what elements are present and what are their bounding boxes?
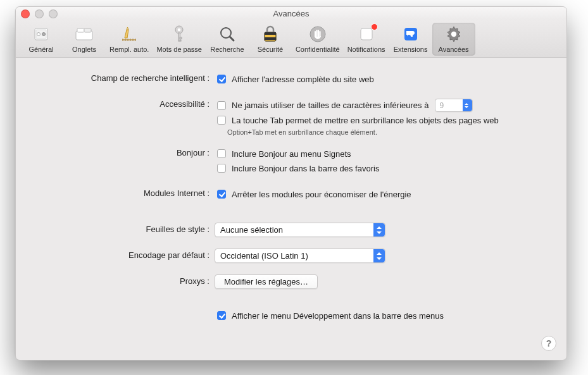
tab-label: Rempl. auto.	[109, 46, 149, 53]
tab-advanced[interactable]: Avancées	[432, 23, 475, 56]
search-icon	[217, 24, 237, 44]
label-smart-search: Champ de recherche intelligent :	[16, 73, 215, 83]
checkbox-bonjour-bookmarks[interactable]: Inclure Bonjour au menu Signets	[215, 147, 547, 160]
svg-point-12	[178, 28, 181, 32]
notifications-icon	[356, 24, 377, 44]
svg-marker-31	[377, 231, 382, 234]
svg-point-2	[37, 33, 41, 36]
tab-label: Avancées	[439, 46, 469, 53]
hand-icon	[308, 24, 328, 44]
tab-label: Onglets	[72, 46, 96, 53]
svg-marker-10	[127, 27, 128, 30]
svg-rect-14	[180, 37, 182, 39]
tab-privacy[interactable]: Confidentialité	[292, 23, 344, 56]
svg-marker-9	[125, 30, 128, 38]
tab-extensions[interactable]: Extensions	[389, 23, 432, 56]
svg-rect-15	[180, 40, 181, 41]
svg-line-17	[230, 37, 234, 40]
preferences-window: Avancées Général Onglets Rempl. auto.	[15, 6, 567, 360]
svg-marker-32	[377, 252, 382, 255]
tab-label: Extensions	[394, 46, 428, 53]
close-icon[interactable]	[21, 9, 30, 18]
tab-notifications[interactable]: Notifications	[344, 23, 389, 56]
tab-label: Général	[28, 46, 53, 53]
select-stylesheet[interactable]: Aucune sélection	[215, 223, 385, 237]
svg-marker-29	[465, 106, 468, 108]
tab-label: Recherche	[210, 46, 244, 53]
label-stylesheet: Feuilles de style :	[16, 223, 215, 234]
svg-rect-22	[265, 37, 276, 40]
button-change-settings[interactable]: Modifier les réglages…	[215, 274, 318, 289]
svg-marker-30	[377, 226, 382, 229]
tab-security[interactable]: Sécurité	[249, 23, 292, 56]
svg-point-27	[451, 32, 456, 37]
svg-marker-28	[465, 103, 468, 105]
label-internet-plugins: Modules Internet :	[16, 188, 215, 198]
help-button[interactable]: ?	[541, 336, 556, 351]
hint-option-tab: Option+Tab met en surbrillance chaque él…	[227, 128, 547, 136]
switch-icon	[31, 24, 51, 44]
window-controls	[21, 9, 58, 18]
select-encoding[interactable]: Occidental (ISO Latin 1)	[215, 249, 385, 263]
tabs-icon	[74, 24, 94, 44]
tab-autofill[interactable]: Rempl. auto.	[106, 23, 153, 56]
checkbox-min-font-size[interactable]: Ne jamais utiliser de tailles de caractè…	[215, 99, 547, 112]
tab-label: Confidentialité	[296, 46, 340, 53]
tab-general[interactable]: Général	[20, 23, 63, 56]
svg-rect-24	[361, 28, 372, 40]
minimize-icon[interactable]	[35, 9, 44, 18]
svg-point-3	[42, 33, 46, 36]
label-bonjour: Bonjour :	[16, 147, 215, 157]
checkbox-stop-plugins[interactable]: Arrêter les modules pour économiser de l…	[215, 188, 547, 200]
select-min-font-size[interactable]: 9	[435, 99, 473, 112]
tab-label: Sécurité	[258, 46, 283, 53]
gear-icon	[444, 24, 464, 44]
puzzle-icon	[401, 24, 421, 44]
tab-search[interactable]: Recherche	[206, 23, 249, 56]
notification-badge	[371, 23, 378, 30]
label-proxies: Proxys :	[16, 274, 215, 286]
tab-label: Mots de passe	[156, 46, 202, 53]
toolbar: Général Onglets Rempl. auto. Mots de pas…	[16, 20, 566, 58]
checkbox-show-full-address[interactable]: Afficher l'adresse complète du site web	[215, 73, 547, 85]
label-encoding: Encodage par défaut :	[16, 249, 215, 260]
key-icon	[169, 24, 189, 44]
titlebar: Avancées	[16, 7, 566, 20]
checkbox-tab-highlights[interactable]: La touche Tab permet de mettre en surbri…	[215, 114, 547, 126]
tab-passwords[interactable]: Mots de passe	[153, 23, 206, 56]
tab-tabs[interactable]: Onglets	[63, 23, 106, 56]
svg-rect-7	[122, 39, 136, 40]
label-accessibility: Accessibilité :	[16, 99, 215, 109]
svg-rect-21	[265, 32, 276, 35]
zoom-icon[interactable]	[49, 9, 58, 18]
checkbox-show-develop-menu[interactable]: Afficher le menu Développement dans la b…	[215, 309, 547, 322]
svg-rect-6	[84, 28, 91, 32]
lock-icon	[260, 24, 280, 44]
tab-label: Notifications	[347, 46, 385, 53]
svg-marker-33	[377, 257, 382, 260]
checkbox-bonjour-favorites[interactable]: Inclure Bonjour dans la barre des favori…	[215, 162, 547, 175]
content-pane: Champ de recherche intelligent : Affiche…	[16, 58, 566, 339]
svg-rect-5	[77, 28, 84, 32]
window-title: Avancées	[273, 9, 310, 18]
pencil-icon	[119, 24, 139, 44]
